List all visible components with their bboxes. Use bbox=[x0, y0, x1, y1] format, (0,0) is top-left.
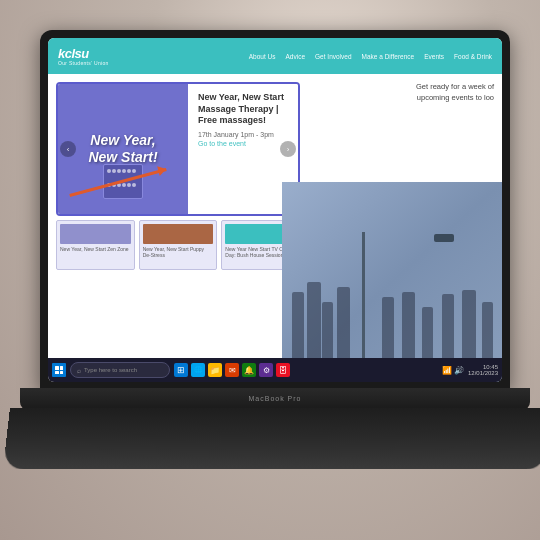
people-background bbox=[282, 182, 502, 382]
search-placeholder-text: Type here to search bbox=[84, 367, 137, 373]
wifi-icon: 📶 bbox=[442, 366, 452, 375]
carousel-event-date: 17th January 1pm - 3pm bbox=[198, 131, 288, 138]
taskbar-app-6[interactable]: 🗄 bbox=[276, 363, 290, 377]
logo-text: kclsu bbox=[58, 46, 89, 61]
taskbar-app-icons: ⊞ 🌐 📁 ✉ 🔔 ⚙ 🗄 bbox=[174, 363, 290, 377]
site-logo[interactable]: kclsu Our Students' Union bbox=[58, 46, 109, 66]
taskbar-app-2[interactable]: 📁 bbox=[208, 363, 222, 377]
carousel-image-title: New Year, New Start! bbox=[88, 132, 157, 166]
logo-subtitle: Our Students' Union bbox=[58, 61, 109, 66]
carousel-event-title: New Year, New Start Massage Therapy | Fr… bbox=[198, 92, 288, 127]
carousel-image: New Year, New Start! bbox=[58, 84, 188, 214]
nav-events[interactable]: Events bbox=[424, 53, 444, 60]
carousel: New Year, New Start! bbox=[56, 82, 300, 216]
start-button[interactable] bbox=[52, 363, 66, 377]
taskbar: ⌕ Type here to search ⊞ 🌐 📁 ✉ 🔔 ⚙ 🗄 � bbox=[48, 358, 502, 382]
laptop-container: kclsu Our Students' Union About Us Advic… bbox=[20, 30, 520, 510]
laptop-base bbox=[20, 388, 530, 410]
taskbar-app-4[interactable]: 🔔 bbox=[242, 363, 256, 377]
thumb-text-0: New Year, New Start Zen Zone bbox=[60, 246, 131, 252]
laptop-screen: kclsu Our Students' Union About Us Advic… bbox=[48, 38, 502, 382]
right-panel: Get ready for a week of upcoming events … bbox=[308, 74, 502, 382]
thumb-img-1 bbox=[143, 224, 214, 244]
taskbar-right: 📶 🔊 10:45 12/01/2023 bbox=[442, 364, 498, 376]
thumbnail-item-1[interactable]: New Year, New Start Puppy De-Stress bbox=[139, 220, 218, 270]
search-icon: ⌕ bbox=[77, 367, 81, 374]
laptop-screen-bezel: kclsu Our Students' Union About Us Advic… bbox=[40, 30, 510, 390]
laptop-keyboard bbox=[3, 408, 540, 469]
volume-icon: 🔊 bbox=[454, 366, 464, 375]
left-panel: New Year, New Start! bbox=[48, 74, 308, 382]
carousel-prev-button[interactable]: ‹ bbox=[60, 141, 76, 157]
carousel-next-button[interactable]: › bbox=[280, 141, 296, 157]
thumbnail-item-0[interactable]: New Year, New Start Zen Zone bbox=[56, 220, 135, 270]
thumbnail-strip: New Year, New Start Zen Zone New Year, N… bbox=[56, 220, 300, 270]
taskbar-date-display: 12/01/2023 bbox=[468, 370, 498, 376]
thumb-img-0 bbox=[60, 224, 131, 244]
taskbar-app-5[interactable]: ⚙ bbox=[259, 363, 273, 377]
nav-about[interactable]: About Us bbox=[249, 53, 276, 60]
taskbar-app-3[interactable]: ✉ bbox=[225, 363, 239, 377]
nav-make-difference[interactable]: Make a Difference bbox=[362, 53, 415, 60]
system-tray: 📶 🔊 bbox=[442, 366, 464, 375]
taskbar-clock: 10:45 12/01/2023 bbox=[468, 364, 498, 376]
main-content: New Year, New Start! bbox=[48, 74, 502, 382]
nav-get-involved[interactable]: Get Involved bbox=[315, 53, 352, 60]
right-intro-text: Get ready for a week of upcoming events … bbox=[316, 82, 494, 103]
thumb-text-1: New Year, New Start Puppy De-Stress bbox=[143, 246, 214, 258]
nav-food-drink[interactable]: Food & Drink bbox=[454, 53, 492, 60]
nav-items: About Us Advice Get Involved Make a Diff… bbox=[249, 53, 492, 60]
lamp-head bbox=[434, 234, 454, 242]
taskbar-app-0[interactable]: ⊞ bbox=[174, 363, 188, 377]
carousel-event-link[interactable]: Go to the event bbox=[198, 140, 288, 147]
site-navbar: kclsu Our Students' Union About Us Advic… bbox=[48, 38, 502, 74]
carousel-main: New Year, New Start! bbox=[58, 84, 298, 214]
windows-logo-icon bbox=[55, 366, 63, 374]
taskbar-search-box[interactable]: ⌕ Type here to search bbox=[70, 362, 170, 378]
nav-advice[interactable]: Advice bbox=[286, 53, 306, 60]
taskbar-app-1[interactable]: 🌐 bbox=[191, 363, 205, 377]
